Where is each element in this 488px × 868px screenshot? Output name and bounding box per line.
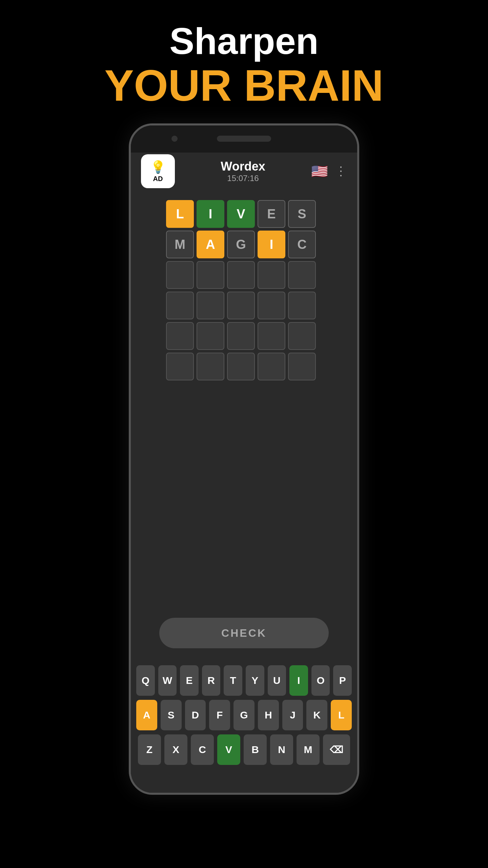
- key-n[interactable]: N: [270, 734, 293, 765]
- bottom-bar: [131, 779, 357, 793]
- grid-cell: A: [197, 231, 224, 258]
- key-x[interactable]: X: [164, 734, 187, 765]
- keyboard-section: QWERTYUIOPASDFGHJKLZXCVBNM⌫: [131, 658, 357, 779]
- grid-cell: [227, 292, 255, 319]
- grid-cell: [258, 292, 285, 319]
- key-z[interactable]: Z: [138, 734, 161, 765]
- key-m[interactable]: M: [297, 734, 320, 765]
- key-c[interactable]: C: [191, 734, 214, 765]
- key-r[interactable]: R: [202, 665, 221, 696]
- key-w[interactable]: W: [158, 665, 177, 696]
- app-bar-right: 🇺🇸 ⋮: [311, 163, 347, 179]
- grid-row: LIVES: [166, 200, 322, 228]
- phone-frame: 💡 AD Wordex 15:07:16 🇺🇸 ⋮ LIVESMAGIC CHE…: [129, 123, 359, 795]
- grid-cell: [258, 353, 285, 380]
- key-a[interactable]: A: [136, 700, 157, 730]
- flag-icon[interactable]: 🇺🇸: [311, 163, 328, 179]
- grid-cell: C: [288, 231, 316, 258]
- phone-camera: [171, 136, 178, 142]
- grid-cell: [258, 322, 285, 350]
- game-grid: LIVESMAGIC: [166, 200, 322, 380]
- key-k[interactable]: K: [306, 700, 327, 730]
- bulb-icon: 💡: [150, 160, 166, 174]
- phone-speaker: [217, 136, 271, 142]
- grid-cell: M: [166, 231, 194, 258]
- grid-row: [166, 292, 322, 319]
- key-f[interactable]: F: [209, 700, 230, 730]
- key-h[interactable]: H: [258, 700, 279, 730]
- grid-row: MAGIC: [166, 231, 322, 258]
- app-title-section: Wordex 15:07:16: [221, 159, 265, 183]
- key-s[interactable]: S: [161, 700, 182, 730]
- grid-cell: [166, 261, 194, 289]
- grid-row: [166, 261, 322, 289]
- key-t[interactable]: T: [224, 665, 242, 696]
- key-i[interactable]: I: [289, 665, 308, 696]
- grid-cell: [288, 322, 316, 350]
- grid-cell: E: [258, 200, 285, 228]
- grid-cell: [227, 261, 255, 289]
- key-q[interactable]: Q: [136, 665, 155, 696]
- app-timer: 15:07:16: [227, 174, 259, 183]
- grid-row: [166, 322, 322, 350]
- grid-cell: L: [166, 200, 194, 228]
- grid-cell: G: [227, 231, 255, 258]
- grid-cell: S: [288, 200, 316, 228]
- key-e[interactable]: E: [180, 665, 199, 696]
- grid-cell: [166, 292, 194, 319]
- keyboard-row: ZXCVBNM⌫: [136, 734, 352, 765]
- menu-icon[interactable]: ⋮: [335, 164, 347, 178]
- keyboard-row: ASDFGHJKL: [136, 700, 352, 730]
- grid-cell: [166, 322, 194, 350]
- app-title: Wordex: [221, 159, 265, 174]
- key-g[interactable]: G: [233, 700, 255, 730]
- grid-cell: [166, 353, 194, 380]
- ad-button[interactable]: 💡 AD: [141, 154, 175, 188]
- key-backspace[interactable]: ⌫: [323, 734, 350, 765]
- keyboard-row: QWERTYUIOP: [136, 665, 352, 696]
- check-label: CHECK: [221, 627, 267, 639]
- ad-label: AD: [153, 175, 163, 183]
- key-d[interactable]: D: [185, 700, 206, 730]
- check-button[interactable]: CHECK: [159, 618, 329, 648]
- app-content: 💡 AD Wordex 15:07:16 🇺🇸 ⋮ LIVESMAGIC CHE…: [131, 153, 357, 793]
- key-u[interactable]: U: [268, 665, 286, 696]
- grid-cell: [197, 353, 224, 380]
- app-bar: 💡 AD Wordex 15:07:16 🇺🇸 ⋮: [131, 153, 357, 190]
- key-v[interactable]: V: [217, 734, 240, 765]
- key-j[interactable]: J: [282, 700, 303, 730]
- key-y[interactable]: Y: [246, 665, 264, 696]
- grid-cell: [227, 322, 255, 350]
- grid-row: [166, 353, 322, 380]
- brain-text: YOUR BRAIN: [104, 61, 383, 110]
- grid-cell: [227, 353, 255, 380]
- grid-cell: [197, 292, 224, 319]
- grid-cell: I: [197, 200, 224, 228]
- phone-top-bar: [131, 125, 357, 153]
- key-l[interactable]: L: [331, 700, 352, 730]
- key-b[interactable]: B: [244, 734, 267, 765]
- grid-cell: [288, 353, 316, 380]
- grid-cell: [288, 261, 316, 289]
- grid-cell: [197, 322, 224, 350]
- sharpen-text: Sharpen: [104, 20, 383, 61]
- grid-cell: V: [227, 200, 255, 228]
- key-p[interactable]: P: [333, 665, 352, 696]
- grid-cell: [258, 261, 285, 289]
- grid-cell: [197, 261, 224, 289]
- grid-cell: I: [258, 231, 285, 258]
- header-section: Sharpen YOUR BRAIN: [104, 20, 383, 110]
- grid-cell: [288, 292, 316, 319]
- key-o[interactable]: O: [311, 665, 330, 696]
